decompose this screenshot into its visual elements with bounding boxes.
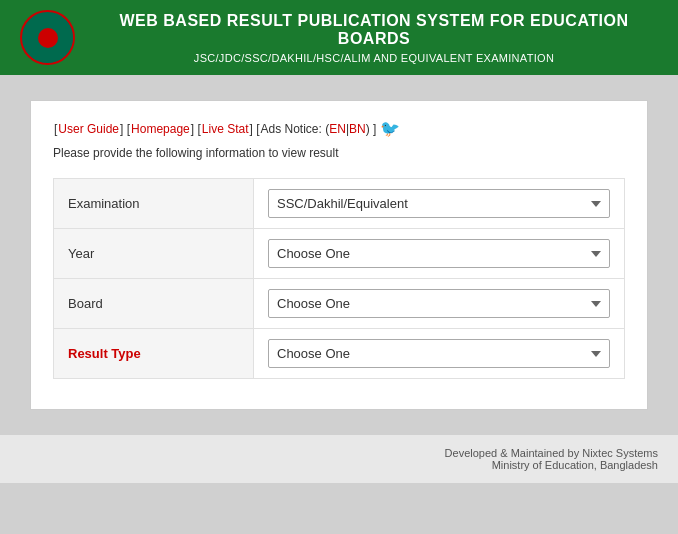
- form-row-examination: Examination SSC/Dakhil/Equivalent JSC/JD…: [54, 179, 625, 229]
- cell-result-type: Choose One Individual Result Institution…: [254, 329, 625, 379]
- cell-year: Choose One 2023 2022 2021: [254, 229, 625, 279]
- header-subtitle: JSC/JDC/SSC/DAKHIL/HSC/ALIM AND EQUIVALE…: [90, 52, 658, 64]
- nav-bar: [ User Guide ] [ Homepage ] [ Live Stat …: [53, 119, 625, 138]
- nav-homepage[interactable]: Homepage: [131, 122, 190, 136]
- nav-sep-3: ] [: [250, 122, 260, 136]
- select-result-type[interactable]: Choose One Individual Result Institution…: [268, 339, 610, 368]
- nav-bn[interactable]: BN: [349, 122, 366, 136]
- form-row-result-type: Result Type Choose One Individual Result…: [54, 329, 625, 379]
- label-year: Year: [54, 229, 254, 279]
- header-title: WEB BASED RESULT PUBLICATION SYSTEM FOR …: [90, 12, 658, 48]
- select-board[interactable]: Choose One Dhaka Chittagong Rajshahi: [268, 289, 610, 318]
- logo: [20, 10, 75, 65]
- select-year[interactable]: Choose One 2023 2022 2021: [268, 239, 610, 268]
- twitter-icon[interactable]: 🐦: [380, 119, 400, 138]
- header: WEB BASED RESULT PUBLICATION SYSTEM FOR …: [0, 0, 678, 75]
- form-row-board: Board Choose One Dhaka Chittagong Rajsha…: [54, 279, 625, 329]
- bracket-open-1: [: [54, 122, 57, 136]
- nav-sep-2: ] [: [191, 122, 201, 136]
- cell-board: Choose One Dhaka Chittagong Rajshahi: [254, 279, 625, 329]
- header-text: WEB BASED RESULT PUBLICATION SYSTEM FOR …: [90, 12, 658, 64]
- footer-line-1: Developed & Maintained by Nixtec Systems: [20, 447, 658, 459]
- nav-user-guide[interactable]: User Guide: [58, 122, 119, 136]
- label-examination: Examination: [54, 179, 254, 229]
- form-row-year: Year Choose One 2023 2022 2021: [54, 229, 625, 279]
- label-board: Board: [54, 279, 254, 329]
- flag-inner: [23, 13, 73, 63]
- label-result-type: Result Type: [54, 329, 254, 379]
- main-wrapper: [ User Guide ] [ Homepage ] [ Live Stat …: [0, 75, 678, 435]
- nav-en[interactable]: EN: [329, 122, 346, 136]
- footer-line-2: Ministry of Education, Bangladesh: [20, 459, 658, 471]
- info-text: Please provide the following information…: [53, 146, 625, 160]
- flag-red-circle: [38, 28, 58, 48]
- footer: Developed & Maintained by Nixtec Systems…: [0, 435, 678, 483]
- form-table: Examination SSC/Dakhil/Equivalent JSC/JD…: [53, 178, 625, 379]
- select-examination[interactable]: SSC/Dakhil/Equivalent JSC/JDC HSC/Alim: [268, 189, 610, 218]
- content-card: [ User Guide ] [ Homepage ] [ Live Stat …: [30, 100, 648, 410]
- nav-live-stat[interactable]: Live Stat: [202, 122, 249, 136]
- nav-sep-1: ] [: [120, 122, 130, 136]
- cell-examination: SSC/Dakhil/Equivalent JSC/JDC HSC/Alim: [254, 179, 625, 229]
- nav-close-paren: ) ]: [366, 122, 377, 136]
- nav-ads-text: Ads Notice: (: [261, 122, 330, 136]
